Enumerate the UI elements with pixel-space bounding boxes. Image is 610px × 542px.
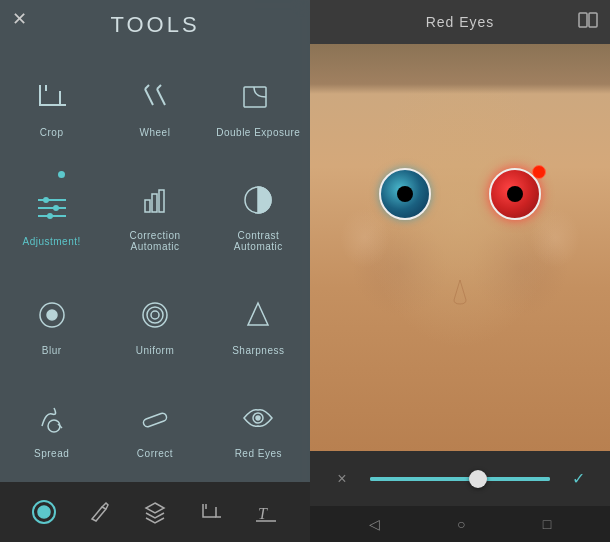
tools-header: ✕ Tools [0,0,310,50]
tool-contrast[interactable]: Contrast Automatic [207,157,310,271]
left-eye-container [379,168,431,220]
layout-icon[interactable] [578,12,598,32]
svg-marker-23 [146,503,164,513]
nav-crop[interactable] [195,496,227,528]
nav-layers[interactable] [139,496,171,528]
red-eye-marker [532,165,546,179]
contrast-icon [234,176,282,224]
system-nav: ◁ ○ □ [310,506,610,542]
correct-label: Correct [137,448,173,459]
bottom-nav-left: T [0,482,310,542]
correction-icon [131,176,179,224]
svg-rect-9 [159,190,164,212]
nav-text[interactable]: T [250,496,282,528]
svg-point-6 [47,213,53,219]
sys-home-button[interactable]: ○ [457,516,465,532]
tool-crop[interactable]: Crop [0,54,103,157]
tool-spread[interactable]: Spread [0,375,103,478]
svg-point-14 [147,307,163,323]
correction-label: Correction Automatic [111,230,198,252]
image-panel: Red Eyes [310,0,610,542]
tool-uniform[interactable]: Uniform [103,272,206,375]
sharpness-icon [234,291,282,339]
double-exposure-icon [234,73,282,121]
blur-label: Blur [42,345,62,356]
tools-content: ✕ Tools Crop [0,0,310,482]
adjustment-icon [28,182,76,230]
adjustment-dot [58,171,65,178]
double-exposure-label: Double Exposure [216,127,300,138]
photo-area[interactable] [310,44,610,451]
tool-correct[interactable]: Correct [103,375,206,478]
svg-rect-8 [152,194,157,212]
tool-red-eyes[interactable]: Red Eyes [207,375,310,478]
svg-text:T: T [258,505,268,522]
tool-double-exposure[interactable]: Double Exposure [207,54,310,157]
svg-point-12 [47,310,57,320]
close-button[interactable]: ✕ [12,10,27,28]
tool-sharpness[interactable]: Sharpness [207,272,310,375]
left-pupil [397,186,413,202]
main-container: ✕ Tools Crop [0,0,610,542]
correct-icon [131,394,179,442]
nav-active-tool[interactable] [28,496,60,528]
slider-track [370,477,550,481]
slider-thumb[interactable] [469,470,487,488]
svg-point-5 [53,205,59,211]
svg-rect-27 [589,13,597,27]
uniform-label: Uniform [136,345,175,356]
contrast-label: Contrast Automatic [215,230,302,252]
blur-icon [28,291,76,339]
face [330,108,590,388]
slider[interactable] [370,477,550,481]
svg-rect-18 [142,412,167,428]
confirm-button[interactable]: ✓ [562,463,594,495]
crop-icon [28,73,76,121]
red-eyes-label: Red Eyes [235,448,282,459]
tool-adjustment[interactable]: Adjustment! [0,157,103,271]
cancel-button[interactable]: × [326,463,358,495]
spread-icon [28,394,76,442]
nav-brush[interactable] [83,496,115,528]
red-eyes-icon [234,394,282,442]
uniform-icon [131,291,179,339]
svg-point-17 [48,420,60,432]
tool-correction[interactable]: Correction Automatic [103,157,206,271]
wheel-icon [131,73,179,121]
svg-rect-7 [145,200,150,212]
svg-point-22 [38,506,50,518]
svg-point-15 [151,311,159,319]
nose-area [440,278,480,308]
right-pupil [507,186,523,202]
svg-point-4 [43,197,49,203]
image-title: Red Eyes [426,14,495,30]
right-eye-container [489,168,541,220]
tool-wheel[interactable]: Wheel [103,54,206,157]
svg-point-20 [256,416,260,420]
left-eye [379,168,431,220]
adjustment-label: Adjustment! [23,236,81,247]
spread-label: Spread [34,448,69,459]
image-header: Red Eyes [310,0,610,44]
sys-back-button[interactable]: ◁ [369,516,380,532]
tools-title: Tools [110,12,199,38]
tools-grid: Crop Wheel [0,50,310,482]
tools-panel: ✕ Tools Crop [0,0,310,542]
control-bar: × ✓ [310,451,610,506]
tool-blur[interactable]: Blur [0,272,103,375]
wheel-label: Wheel [140,127,171,138]
sys-recent-button[interactable]: □ [543,516,551,532]
crop-label: Crop [40,127,64,138]
eyes-row [350,168,570,220]
svg-marker-16 [248,303,268,325]
face-container [310,44,610,451]
sharpness-label: Sharpness [232,345,284,356]
svg-rect-26 [579,13,587,27]
